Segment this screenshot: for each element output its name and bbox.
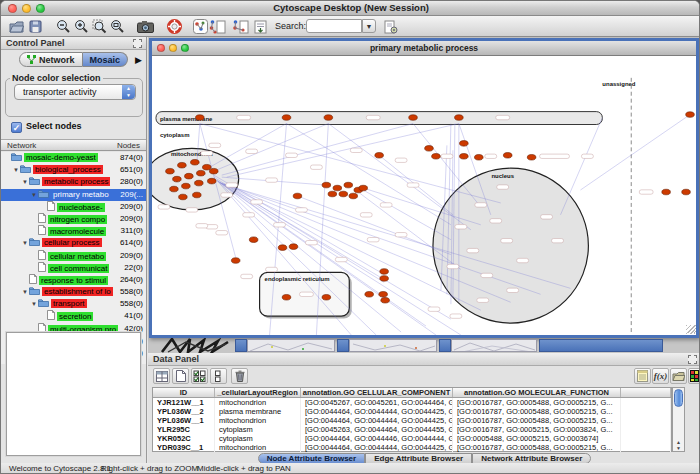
disclosure-triangle-icon[interactable]: ▼ xyxy=(30,189,38,201)
tree-col-nodes[interactable]: Nodes xyxy=(117,141,140,150)
tree-row[interactable]: cellular metabo209(0) xyxy=(1,250,146,262)
window-resize-grip[interactable] xyxy=(686,325,695,334)
network-node[interactable] xyxy=(379,292,388,298)
network-node[interactable] xyxy=(203,164,212,170)
network-node[interactable] xyxy=(185,173,194,179)
tree-row[interactable]: nucleobase-209(0) xyxy=(1,201,146,213)
network-node[interactable] xyxy=(197,170,206,176)
network-node[interactable] xyxy=(359,185,368,191)
network-node[interactable] xyxy=(293,193,302,199)
scrollbar-thumb[interactable] xyxy=(674,389,683,407)
network-node[interactable] xyxy=(375,153,384,159)
network-node[interactable] xyxy=(178,162,187,168)
network-node[interactable] xyxy=(182,183,191,189)
network-node[interactable] xyxy=(381,297,390,303)
col-header-molecular-function[interactable]: annotation.GO MOLECULAR_FUNCTION xyxy=(453,388,621,397)
search-options-icon[interactable] xyxy=(382,18,399,35)
select-nodes-checkbox[interactable]: ✓ xyxy=(11,122,22,133)
network-node[interactable] xyxy=(249,237,258,243)
network-node[interactable] xyxy=(380,276,389,282)
network-node[interactable] xyxy=(179,194,188,200)
unselect-attributes-icon[interactable] xyxy=(210,368,227,384)
compartment-mitochondrion[interactable] xyxy=(152,148,239,210)
network-node[interactable] xyxy=(349,193,358,199)
heatmap-icon[interactable] xyxy=(688,368,700,384)
formula-fx-icon[interactable]: f(x) xyxy=(652,368,669,384)
network-node[interactable] xyxy=(475,154,484,160)
delete-attribute-trash-icon[interactable] xyxy=(231,368,248,384)
network-node[interactable] xyxy=(191,159,200,165)
zoom-out-icon[interactable] xyxy=(55,18,72,35)
background-window[interactable] xyxy=(451,339,537,352)
tab-network[interactable]: Network xyxy=(19,52,83,67)
network-node[interactable] xyxy=(278,245,287,251)
tree-row[interactable]: ▼cellular process614(0) xyxy=(1,237,146,249)
table-row[interactable]: YDR039C__1mitochondrion[GO:0044464, GO:0… xyxy=(153,443,671,452)
network-node[interactable] xyxy=(380,269,389,275)
network-node[interactable] xyxy=(460,141,469,147)
background-network-thumbnail[interactable] xyxy=(160,338,232,353)
table-row[interactable]: YPL036W__2plasma membrane[GO:0044464, GO… xyxy=(153,407,671,416)
network-node[interactable] xyxy=(339,191,348,197)
float-panel-icon[interactable] xyxy=(688,355,697,364)
network-node[interactable] xyxy=(425,146,434,152)
network-node[interactable] xyxy=(409,115,418,121)
save-session-icon[interactable] xyxy=(27,18,44,35)
col-header-id[interactable]: ID xyxy=(153,388,215,397)
network-node[interactable] xyxy=(460,154,469,160)
network-node[interactable] xyxy=(333,185,342,191)
network-node[interactable] xyxy=(170,186,179,192)
network-node[interactable] xyxy=(173,176,182,182)
background-window-edge[interactable] xyxy=(337,339,349,352)
network-node[interactable] xyxy=(365,292,374,298)
scrollbar-arrows[interactable]: ▲▼ xyxy=(673,439,684,451)
help-lifebuoy-icon[interactable] xyxy=(166,18,183,35)
network-node[interactable] xyxy=(686,112,695,118)
tree-row[interactable]: nitrogen compo209(0) xyxy=(1,213,146,225)
network-node[interactable] xyxy=(289,244,298,250)
background-window[interactable] xyxy=(247,339,335,352)
tree-row[interactable]: ▼metabolic process280(0) xyxy=(1,176,146,188)
tab-mosaic[interactable]: Mosaic xyxy=(83,52,129,67)
table-row[interactable]: YLR295Ccytoplasm[GO:0045263, GO:0044464,… xyxy=(153,425,671,434)
disclosure-triangle-icon[interactable]: ▼ xyxy=(21,237,29,249)
node-color-dropdown[interactable]: transporter activity ▲▼ xyxy=(14,84,136,100)
table-row[interactable]: YJR121W__1mitochondrion[GO:0045267, GO:0… xyxy=(153,398,671,407)
import-annotation-icon[interactable] xyxy=(209,18,226,35)
network-node[interactable] xyxy=(193,192,202,198)
tree-row[interactable]: ▼transport558(0) xyxy=(1,298,146,310)
network-node[interactable] xyxy=(282,115,291,121)
background-window-titlebar[interactable] xyxy=(539,339,663,352)
network-node[interactable] xyxy=(432,154,441,160)
network-node[interactable] xyxy=(231,258,240,264)
float-panel-icon[interactable] xyxy=(133,39,142,48)
disclosure-triangle-icon[interactable]: ▼ xyxy=(12,164,20,176)
tree-row[interactable]: cell communicat22(0) xyxy=(1,262,146,274)
tree-row[interactable]: response to stimul264(0) xyxy=(1,274,146,286)
tree-row[interactable]: ▼biological_process651(0) xyxy=(1,164,146,176)
disclosure-triangle-icon[interactable]: ▼ xyxy=(30,298,38,310)
network-node[interactable] xyxy=(503,153,512,159)
table-row[interactable]: YPL036W__1mitochondrion[GO:0044464, GO:0… xyxy=(153,416,671,425)
disclosure-triangle-icon[interactable]: ▼ xyxy=(21,286,29,298)
network-node[interactable] xyxy=(195,180,204,186)
network-node[interactable] xyxy=(207,178,216,184)
network-node[interactable] xyxy=(322,294,331,300)
network-node[interactable] xyxy=(328,191,337,197)
open-session-icon[interactable] xyxy=(8,18,25,35)
network-node[interactable] xyxy=(196,115,205,121)
tree-row[interactable]: macromolecule311(0) xyxy=(1,225,146,237)
zoom-in-icon[interactable] xyxy=(73,18,90,35)
tree-row[interactable]: secretion41(0) xyxy=(1,310,146,322)
network-node[interactable] xyxy=(662,189,671,195)
attribute-table-icon[interactable] xyxy=(153,368,170,384)
disclosure-triangle-icon[interactable]: ▼ xyxy=(21,176,29,188)
network-node[interactable] xyxy=(527,154,536,160)
network-view-window[interactable]: primary metabolic process plasma membran… xyxy=(149,38,699,338)
zoom-fit-icon[interactable] xyxy=(109,18,126,35)
plugin-manager-icon[interactable] xyxy=(252,18,269,35)
zoom-selected-region-icon[interactable] xyxy=(91,18,108,35)
tree-row[interactable]: ▼establishment of lo558(0) xyxy=(1,286,146,298)
tree-row[interactable]: ▼primary metabo209(... xyxy=(1,189,146,201)
tree-row[interactable]: mosaic-demo-yeast874(0) xyxy=(1,152,146,164)
